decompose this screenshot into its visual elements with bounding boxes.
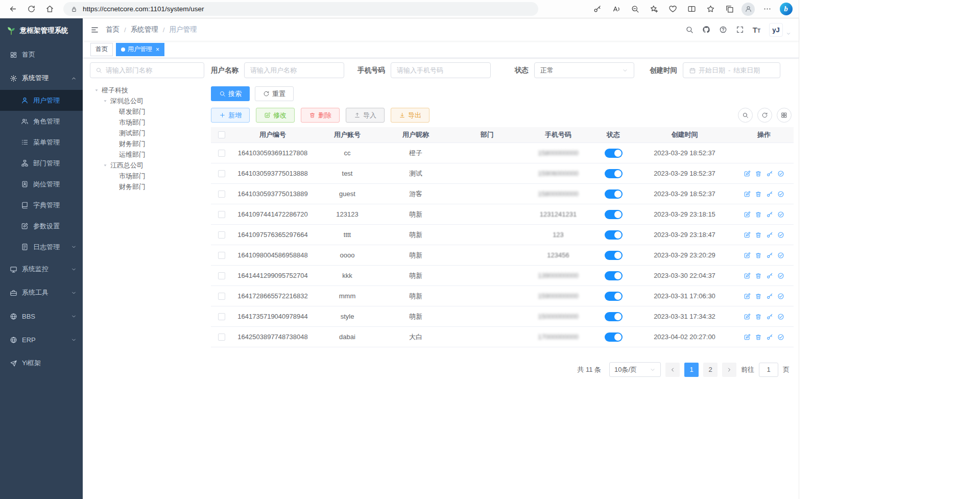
- row-delete-button[interactable]: [755, 252, 762, 259]
- breadcrumb-home[interactable]: 首页: [106, 25, 119, 34]
- row-reset-password-button[interactable]: [766, 191, 773, 198]
- sidebar-item[interactable]: 系统管理: [0, 66, 83, 90]
- key-icon[interactable]: [588, 2, 606, 17]
- page-number-button[interactable]: 1: [684, 363, 699, 377]
- row-delete-button[interactable]: [755, 272, 762, 279]
- status-toggle[interactable]: [605, 230, 623, 240]
- status-toggle[interactable]: [605, 312, 623, 321]
- read-aloud-icon[interactable]: [607, 2, 625, 17]
- import-button[interactable]: 导入: [346, 108, 385, 123]
- reload-icon[interactable]: [22, 2, 40, 17]
- tab-close-icon[interactable]: ×: [156, 46, 159, 53]
- split-screen-icon[interactable]: [683, 2, 700, 17]
- delete-button[interactable]: 删除: [301, 108, 340, 123]
- row-edit-button[interactable]: [744, 231, 751, 239]
- sidebar-item[interactable]: ERP: [0, 328, 83, 351]
- column-header[interactable]: 操作: [734, 127, 794, 143]
- page-jump-input[interactable]: 1: [759, 363, 778, 377]
- row-edit-button[interactable]: [744, 211, 751, 218]
- column-header[interactable]: 部门: [450, 127, 524, 143]
- copilot-icon[interactable]: b: [777, 2, 795, 17]
- sidebar-subitem[interactable]: 菜单管理: [0, 132, 83, 153]
- row-reset-password-button[interactable]: [766, 313, 773, 320]
- search-icon[interactable]: [685, 26, 694, 34]
- edit-button[interactable]: 修改: [256, 108, 295, 123]
- row-checkbox[interactable]: [218, 191, 225, 198]
- tree-expand-caret-icon[interactable]: [93, 88, 100, 93]
- profile-avatar[interactable]: [739, 2, 757, 17]
- status-toggle[interactable]: [605, 292, 623, 301]
- tree-node[interactable]: 测试部门: [90, 128, 204, 138]
- sidebar-subitem[interactable]: 字典管理: [0, 195, 83, 216]
- tree-node[interactable]: 运维部门: [90, 149, 204, 160]
- reset-button[interactable]: 重置: [255, 86, 294, 101]
- row-reset-password-button[interactable]: [766, 231, 773, 239]
- tree-expand-caret-icon[interactable]: [102, 99, 109, 104]
- tree-node[interactable]: 橙子科技: [90, 85, 204, 96]
- home-icon[interactable]: [41, 2, 58, 17]
- row-assign-role-button[interactable]: [777, 334, 784, 341]
- sidebar-subitem[interactable]: 日志管理: [0, 236, 83, 257]
- zoom-out-icon[interactable]: [626, 2, 643, 17]
- page-number-button[interactable]: 2: [703, 363, 718, 377]
- sidebar-item[interactable]: 系统监控: [0, 257, 83, 281]
- sidebar-item[interactable]: 首页: [0, 43, 83, 66]
- status-select[interactable]: 正常: [534, 62, 634, 78]
- tab-item[interactable]: 用户管理×: [116, 43, 164, 56]
- row-checkbox[interactable]: [218, 231, 225, 239]
- row-delete-button[interactable]: [755, 211, 762, 218]
- help-icon[interactable]: [719, 26, 727, 34]
- status-toggle[interactable]: [605, 149, 623, 158]
- status-toggle[interactable]: [605, 251, 623, 260]
- row-reset-password-button[interactable]: [766, 170, 773, 177]
- page-size-select[interactable]: 10条/页: [609, 362, 661, 377]
- sidebar-item[interactable]: Yi框架: [0, 351, 83, 375]
- row-checkbox[interactable]: [218, 293, 225, 300]
- star-plus-icon[interactable]: [645, 2, 662, 17]
- column-header[interactable]: 用户编号: [232, 127, 313, 143]
- back-icon[interactable]: [4, 2, 21, 17]
- more-icon[interactable]: [758, 2, 776, 17]
- row-edit-button[interactable]: [744, 170, 751, 177]
- status-toggle[interactable]: [605, 271, 623, 280]
- row-checkbox[interactable]: [218, 211, 225, 218]
- toggle-columns-button[interactable]: [777, 108, 792, 123]
- breadcrumb-system[interactable]: 系统管理: [131, 25, 158, 34]
- row-delete-button[interactable]: [755, 334, 762, 341]
- dept-search-input[interactable]: 请输入部门名称: [90, 62, 204, 78]
- column-header[interactable]: 状态: [592, 127, 635, 143]
- status-toggle[interactable]: [605, 169, 623, 178]
- row-delete-button[interactable]: [755, 170, 762, 177]
- refresh-table-button[interactable]: [757, 108, 772, 123]
- sidebar-subitem[interactable]: 角色管理: [0, 111, 83, 132]
- row-delete-button[interactable]: [755, 191, 762, 198]
- font-size-icon[interactable]: TT: [753, 26, 760, 34]
- status-toggle[interactable]: [605, 332, 623, 342]
- row-reset-password-button[interactable]: [766, 211, 773, 218]
- next-page-button[interactable]: [722, 363, 736, 377]
- tree-node[interactable]: 市场部门: [90, 171, 204, 181]
- column-header[interactable]: 用户账号: [313, 127, 381, 143]
- row-checkbox[interactable]: [218, 313, 225, 320]
- status-toggle[interactable]: [605, 210, 623, 219]
- row-checkbox[interactable]: [218, 252, 225, 259]
- row-reset-password-button[interactable]: [766, 334, 773, 341]
- tree-expand-caret-icon[interactable]: [102, 163, 109, 168]
- row-assign-role-button[interactable]: [777, 293, 784, 300]
- tree-node[interactable]: 深圳总公司: [90, 96, 204, 106]
- date-range-picker[interactable]: 开始日期 - 结束日期: [683, 62, 780, 78]
- row-checkbox[interactable]: [218, 334, 225, 341]
- export-button[interactable]: 导出: [391, 108, 429, 123]
- row-edit-button[interactable]: [744, 313, 751, 320]
- row-delete-button[interactable]: [755, 231, 762, 239]
- row-reset-password-button[interactable]: [766, 293, 773, 300]
- row-checkbox[interactable]: [218, 272, 225, 279]
- status-toggle[interactable]: [605, 189, 623, 199]
- sidebar-subitem[interactable]: 用户管理: [0, 90, 83, 111]
- row-edit-button[interactable]: [744, 334, 751, 341]
- tree-node[interactable]: 研发部门: [90, 106, 204, 117]
- row-edit-button[interactable]: [744, 252, 751, 259]
- tree-node[interactable]: 财务部门: [90, 181, 204, 192]
- column-header[interactable]: 手机号码: [524, 127, 592, 143]
- heart-icon[interactable]: [664, 2, 681, 17]
